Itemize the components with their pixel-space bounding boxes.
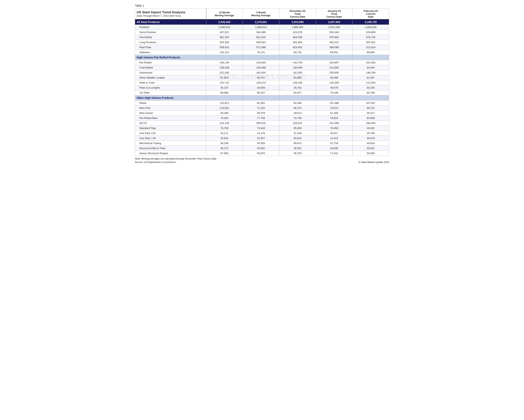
category-label: Other High-Volume Products bbox=[135, 95, 206, 101]
row-label: Semi-Finished bbox=[135, 30, 206, 35]
row-val2: 82,491 bbox=[243, 101, 279, 106]
row-val2: 183,454 bbox=[243, 70, 279, 75]
table-title: Table 1 bbox=[135, 4, 389, 7]
source-text: Source: US Department of Commerce bbox=[135, 161, 176, 163]
category-row-flat-rolled: High-Volume Flat Rolled Products bbox=[135, 55, 389, 60]
col-header-feb23: February-23LicenseData bbox=[352, 9, 389, 19]
row-val3: 65,050 bbox=[279, 126, 316, 131]
col-header-3month: 3 MonthMoving Average bbox=[243, 9, 279, 19]
row-val5: 1,656,916 bbox=[352, 25, 389, 30]
table-row: Standard Pipe 76,769 73,449 65,050 78,45… bbox=[135, 126, 389, 131]
row-val1: 222,506 bbox=[206, 70, 243, 75]
row-val4: 205,605 bbox=[316, 70, 352, 75]
table-row: Tin Plate 88,089 66,257 54,877 70,449 60… bbox=[135, 90, 389, 95]
row-val3: 36,591 bbox=[279, 146, 316, 151]
table-row: Cold Rolled 138,538 128,498 130,099 115,… bbox=[135, 65, 389, 70]
row-val3: 54,885 bbox=[279, 75, 316, 80]
main-title: US Steel Import Trend Analysis bbox=[137, 10, 205, 14]
row-val5: 397,601 bbox=[352, 40, 389, 45]
row-val4: 36,817 bbox=[316, 131, 352, 136]
table-header-left: US Steel Import Trend Analysis Data Thro… bbox=[135, 9, 206, 19]
row-val4: 120,295 bbox=[316, 80, 352, 85]
row-val3: 54,877 bbox=[279, 90, 316, 95]
row-val5: 35,831 bbox=[352, 146, 389, 151]
row-val3: 191,955 bbox=[279, 70, 316, 75]
row-val1: 45,137 bbox=[206, 85, 243, 90]
row-val5: 101,933 bbox=[352, 60, 389, 65]
row-val4: 2,014,256 bbox=[316, 25, 352, 30]
table-row: Stainless 103,215 79,131 69,732 89,931 6… bbox=[135, 50, 389, 55]
row-label: Finished bbox=[135, 25, 206, 30]
row-val2: 55,876 bbox=[243, 151, 279, 156]
row-val3: 36,703 bbox=[279, 151, 316, 156]
row-val3: 136,168 bbox=[279, 80, 316, 85]
row-val5: 69,741 bbox=[352, 106, 389, 111]
row-val3: 59,010 bbox=[279, 136, 316, 141]
row-label: Wire Rod bbox=[135, 106, 206, 111]
row-val3: 145,750 bbox=[279, 60, 316, 65]
row-val2: 73,449 bbox=[243, 126, 279, 131]
row-val3: 804,330 bbox=[279, 35, 316, 40]
row-val3: 83,498 bbox=[279, 101, 316, 106]
row-val2: 384,389 bbox=[243, 30, 279, 35]
row-val5: 84,046 bbox=[352, 65, 389, 70]
category-val1 bbox=[206, 55, 243, 60]
row-val4: 78,815 bbox=[316, 116, 352, 121]
row-val2: 32,507 bbox=[243, 136, 279, 141]
table-row: Flat Rolled 981,397 831,520 804,330 870,… bbox=[135, 35, 389, 40]
row-val2: 71,102 bbox=[243, 106, 279, 111]
row-val4: 101,366 bbox=[316, 101, 352, 106]
table-row: Plate in Coils 132,712 128,073 136,168 1… bbox=[135, 80, 389, 85]
row-val1: 38,173 bbox=[206, 146, 243, 151]
table-row: OCTG 231,128 299,516 328,031 314,496 266… bbox=[135, 121, 389, 126]
row-val2: 572,588 bbox=[243, 45, 279, 50]
row-val1: 59,239 bbox=[206, 141, 243, 146]
row-val4: 70,449 bbox=[316, 90, 352, 95]
category-val3 bbox=[279, 95, 316, 101]
row-val4: 115,885 bbox=[316, 65, 352, 70]
col-header-jan23: January-23FinalCensus Data bbox=[316, 9, 352, 19]
category-val5 bbox=[352, 95, 389, 101]
row-val1: 123,811 bbox=[206, 101, 243, 106]
row-val5: 49,227 bbox=[352, 111, 389, 116]
row-val2: 44,559 bbox=[243, 85, 279, 90]
row-label: Mechanical Tubing bbox=[135, 141, 206, 146]
table-row: Plate Cut Lengths 45,137 44,559 28,792 4… bbox=[135, 85, 389, 90]
row-val5: 64,809 bbox=[352, 116, 389, 121]
category-val4 bbox=[316, 95, 352, 101]
row-val5: 49,076 bbox=[352, 136, 389, 141]
row-val1: 76,769 bbox=[206, 126, 243, 131]
row-val3: 70,756 bbox=[279, 116, 316, 121]
category-val1 bbox=[206, 95, 243, 101]
row-label: Galvanized bbox=[135, 70, 206, 75]
row-val2: 50,578 bbox=[243, 111, 279, 116]
row-val1: 67,805 bbox=[206, 151, 243, 156]
row-label: Long Products bbox=[135, 40, 206, 45]
row-val5: 528,809 bbox=[352, 30, 389, 35]
row-val2: 34,502 bbox=[243, 146, 279, 151]
row-val2: 1,890,612 bbox=[243, 25, 279, 30]
row-val5: 46,581 bbox=[352, 126, 389, 131]
row-val1: 981,397 bbox=[206, 35, 243, 40]
table-row: Hot Rolled Bars 76,925 77,758 70,756 78,… bbox=[135, 116, 389, 121]
row-val5: 81,947 bbox=[352, 75, 389, 80]
category-val2 bbox=[243, 95, 279, 101]
row-val5: 146,339 bbox=[352, 70, 389, 75]
all-steel-val2: 2,275,001 bbox=[243, 19, 279, 25]
table-row: Semi-Finished 437,021 384,389 323,078 59… bbox=[135, 30, 389, 35]
row-val2: 55,928 bbox=[243, 141, 279, 146]
row-val4: 589,088 bbox=[316, 45, 352, 50]
copyright-text: © Steel Market Update 2023 bbox=[358, 161, 389, 163]
category-val4 bbox=[316, 55, 352, 60]
row-label: Hot Rolled bbox=[135, 60, 206, 65]
table-row: Other Metallic Coated 87,804 60,767 54,8… bbox=[135, 75, 389, 80]
row-val1: 76,925 bbox=[206, 116, 243, 121]
row-label: OCTG bbox=[135, 121, 206, 126]
row-val3: 66,474 bbox=[279, 106, 316, 111]
row-val4: 12,412 bbox=[316, 136, 352, 141]
row-val3: 1,880,902 bbox=[279, 25, 316, 30]
row-label: Flat Rolled bbox=[135, 35, 206, 40]
row-val5: 59,060 bbox=[352, 151, 389, 156]
row-val2: 128,073 bbox=[243, 80, 279, 85]
row-val2: 66,257 bbox=[243, 90, 279, 95]
